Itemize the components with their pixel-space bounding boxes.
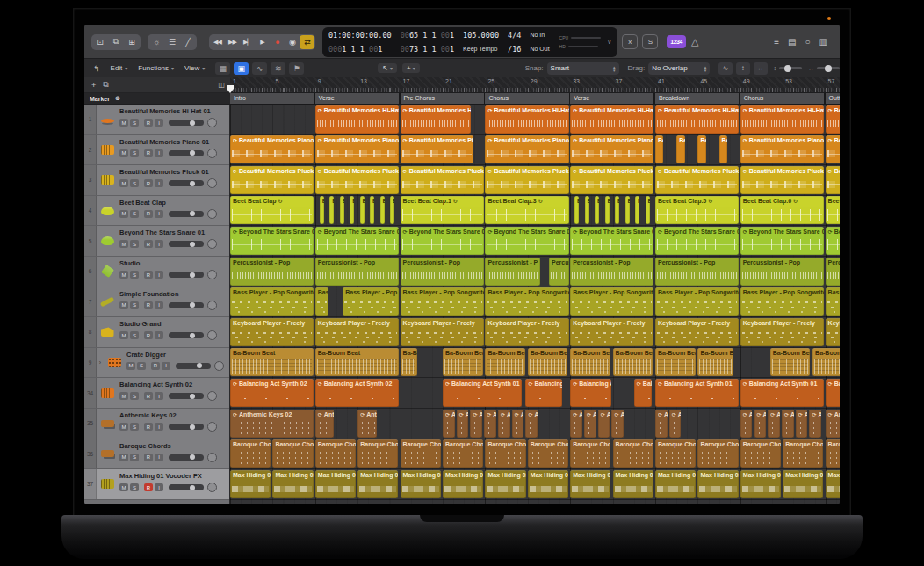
record-enable-button[interactable]: R [144, 454, 153, 461]
region[interactable]: ⟳Balancing [525, 379, 562, 407]
region[interactable]: Max Hiding 01 V [357, 470, 398, 498]
region[interactable]: ⟳Ba [826, 379, 840, 407]
input-monitor-button[interactable]: I [155, 331, 163, 339]
region[interactable]: Bass Player - Pop Songwriter [485, 287, 568, 316]
mute-button[interactable]: M [119, 210, 128, 218]
region[interactable]: Percussionist - Pop [740, 258, 824, 286]
region[interactable]: Max Hiding 01 V [613, 470, 653, 498]
record-enable-button[interactable]: R [144, 149, 153, 157]
pan-knob[interactable] [207, 330, 217, 340]
region[interactable]: Ba-Boom Beat [485, 348, 525, 376]
track-name[interactable]: Baroque Chords [119, 442, 227, 450]
input-monitor-button[interactable]: I [162, 362, 170, 370]
region[interactable]: Bass P [315, 287, 328, 316]
region[interactable]: Bass Player - Pop Songwriter [570, 287, 653, 316]
region[interactable]: ⟳Beautiful Memories Pluck 02.2 [570, 166, 653, 194]
region[interactable]: Max Hiding 01 V [697, 470, 738, 498]
input-monitor-button[interactable]: I [155, 454, 163, 461]
input-monitor-button[interactable]: I [155, 240, 163, 248]
track-header[interactable]: 7Simple FoundationMSRI [84, 287, 230, 318]
pan-knob[interactable] [207, 453, 217, 462]
region[interactable]: Keyboard Player - Freely [401, 318, 484, 346]
input-monitor-button[interactable]: I [155, 271, 163, 279]
solo-button[interactable]: S [130, 423, 139, 431]
forward-button[interactable]: ▶▶ [225, 35, 240, 49]
region[interactable]: ⟳Beyond The Stars Snare 02.3 [655, 227, 739, 255]
region[interactable]: ⟳Beyond The Stars Snare 01.2 [740, 227, 824, 255]
region[interactable]: Be [655, 135, 663, 163]
region[interactable]: Max H [826, 470, 840, 498]
region[interactable]: ⟳Anthe [796, 410, 808, 438]
pan-knob[interactable] [207, 149, 217, 158]
cycle-button[interactable]: ⇄ [300, 35, 314, 49]
volume-slider[interactable] [169, 302, 204, 308]
region[interactable]: B [390, 196, 394, 224]
region[interactable]: Percussionist - Pop [315, 258, 399, 286]
volume-slider[interactable] [169, 150, 204, 156]
pan-knob[interactable] [207, 483, 217, 492]
input-monitor-button[interactable]: I [155, 179, 163, 187]
region[interactable]: Keyboard Player - Freely [230, 318, 314, 346]
region[interactable]: Be [697, 135, 705, 163]
region[interactable]: Max Hiding 01 V [783, 470, 823, 498]
track-header-options-icon[interactable]: ◫ [218, 81, 225, 89]
region[interactable]: ⟳Anthe [669, 410, 682, 438]
rewind-button[interactable]: ◀◀ [210, 35, 225, 49]
bar-ruler[interactable]: 159131721252933374145495357 [230, 77, 840, 93]
volume-slider[interactable] [169, 332, 204, 338]
region[interactable]: ⟳Anthe [512, 410, 524, 438]
track-header[interactable]: 3Beautiful Memories Pluck 01MSRI [84, 165, 230, 196]
region[interactable]: ⟳Beautiful Memories Piano 02 [485, 135, 568, 163]
region[interactable]: Ba-Boom Beat [697, 348, 733, 376]
region[interactable]: ⟳Anthe [443, 410, 455, 438]
track-name[interactable]: Beautiful Memories Pluck 01 [119, 168, 227, 176]
mute-button[interactable]: M [119, 423, 128, 431]
lcd-io[interactable]: No InNo Out [527, 29, 555, 55]
region[interactable]: B [605, 196, 610, 224]
region[interactable]: ⟳Ant [826, 410, 840, 438]
automation-icon[interactable]: ∿ [252, 62, 267, 75]
region[interactable]: B [615, 196, 619, 224]
track-header[interactable]: 34Balancing Act Synth 02MSRI [84, 378, 230, 409]
record-enable-button[interactable]: R [144, 392, 153, 400]
region[interactable]: Max Hiding 01 V [485, 470, 525, 498]
region[interactable]: B [350, 196, 354, 224]
region[interactable]: Baroque Chords [655, 439, 696, 468]
region[interactable]: ⟳Balancing Act Synth 02 [230, 379, 314, 407]
view-menu[interactable]: View▾ [184, 64, 205, 72]
mute-button[interactable]: M [119, 483, 128, 491]
input-monitor-button[interactable]: I [155, 301, 163, 309]
region[interactable]: ⟳Anthe [584, 410, 596, 438]
region[interactable]: Baroque Chords [401, 439, 441, 468]
windows-icon[interactable]: ⧉ [108, 35, 124, 49]
editors-icon[interactable]: ╱ [180, 35, 196, 49]
lcd-tempo[interactable]: 105.0000Keep Tempo [460, 29, 505, 55]
region[interactable]: Max Hiding 01 V [443, 470, 483, 498]
region[interactable]: Beet Beat Clap.3↻ [485, 196, 568, 224]
region[interactable]: Percussionist - Pop [401, 258, 484, 286]
solo-button[interactable]: S [130, 454, 139, 461]
region[interactable]: Beet Beat Clap.6↻ [740, 196, 824, 224]
track-header[interactable]: 8Studio GrandMSRI [84, 317, 230, 348]
track-header[interactable]: 35Anthemic Keys 02MSRI [84, 409, 230, 439]
region[interactable]: ⟳Beyond The Stars Snare 02.2 [570, 227, 653, 255]
region[interactable]: ⟳Beyond The Stars Snare 02 [401, 227, 484, 255]
list-editors-icon[interactable]: ≡ [774, 37, 779, 47]
region[interactable]: Baroque Chords [485, 439, 525, 468]
note-pads-icon[interactable]: ▤ [788, 37, 796, 47]
region[interactable]: Baroque Chords [570, 439, 610, 468]
region[interactable]: ⟳Balancing Act Synth 01 [655, 379, 739, 407]
edit-menu[interactable]: Edit▾ [111, 64, 128, 72]
region[interactable]: ⟳Anthe [315, 410, 334, 438]
input-monitor-button[interactable]: I [155, 119, 163, 127]
solo-button[interactable]: S [130, 210, 139, 218]
track-header[interactable]: 5Beyond The Stars Snare 01MSRI [84, 226, 230, 257]
goto-end-button[interactable]: ▶▏ [240, 35, 255, 49]
region[interactable]: Beet Beat Clap.1↻ [401, 196, 484, 224]
solo-button[interactable]: S [130, 331, 139, 339]
add-marker-button[interactable]: ⊕ [115, 95, 120, 102]
mute-button[interactable]: M [126, 362, 135, 370]
capture-record-button[interactable]: ◉ [285, 35, 300, 49]
region[interactable]: Percussionist - Pop [230, 258, 314, 286]
region[interactable]: ⟳Beautiful Memories Hi-Hat 02.2 [570, 105, 653, 134]
